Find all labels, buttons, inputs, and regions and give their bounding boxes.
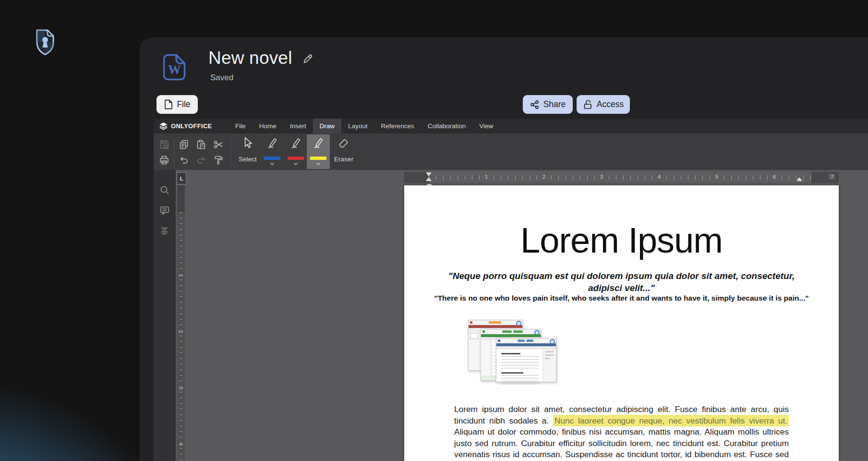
yellow-highlighter-chevron-down-icon[interactable] <box>316 162 321 165</box>
hruler-number: 5 <box>713 174 720 180</box>
select-tool-label: Select <box>235 156 260 163</box>
share-nodes-icon <box>530 100 540 109</box>
tab-references[interactable]: References <box>374 119 421 133</box>
share-button[interactable]: Share <box>523 95 573 114</box>
vruler-number: 1 <box>178 273 184 279</box>
format-painter-button[interactable] <box>212 153 225 167</box>
vruler-number: 3 <box>178 385 184 391</box>
blue-pen-tool[interactable] <box>265 136 279 150</box>
onlyoffice-brand: ONLYOFFICE <box>154 119 216 133</box>
privacy-shield-icon[interactable] <box>34 28 57 56</box>
yellow-highlighter-tool[interactable] <box>312 136 325 150</box>
red-pen-chevron-down-icon[interactable] <box>293 162 298 165</box>
print-button[interactable] <box>157 153 171 167</box>
red-pen-tool[interactable] <box>289 136 302 150</box>
document-page[interactable]: Lorem Ipsum "Neque porro quisquam est qu… <box>404 185 839 461</box>
hruler-number: 3 <box>598 174 605 180</box>
draw-toolbar: Select Eraser <box>154 133 868 170</box>
save-status: Saved <box>210 73 233 83</box>
tab-insert[interactable]: Insert <box>283 119 313 133</box>
tab-file[interactable]: File <box>229 119 253 133</box>
paragraph-text: Aliquam ut dolor commodo, finibus nisi a… <box>454 427 789 461</box>
toolbar-separator <box>174 138 174 166</box>
tab-layout[interactable]: Layout <box>341 119 374 133</box>
doc-paragraph: Lorem ipsum dolor sit amet, consectetur … <box>454 404 789 461</box>
ribbon-tabs: File Home Insert Draw Layout References … <box>229 119 500 133</box>
tab-collaboration[interactable]: Collaboration <box>421 119 473 133</box>
file-button[interactable]: File <box>157 95 198 114</box>
vertical-ruler-margin <box>177 185 185 212</box>
eraser-tool-label: Eraser <box>331 156 356 163</box>
save-button[interactable] <box>157 138 171 151</box>
toolbar-separator <box>230 138 231 166</box>
highlighted-text: Nunc laoreet congue neque, nec vestibulu… <box>553 415 789 426</box>
tab-stop-selector[interactable]: L <box>177 172 186 184</box>
hruler-number: 7 <box>829 174 835 180</box>
file-button-label: File <box>177 99 190 109</box>
share-button-label: Share <box>543 99 566 109</box>
brand-label: ONLYOFFICE <box>171 122 212 130</box>
hruler-number: 1 <box>483 174 490 180</box>
first-line-indent-marker[interactable] <box>426 172 432 176</box>
rename-pencil-icon[interactable] <box>302 53 313 65</box>
tab-home[interactable]: Home <box>253 119 283 133</box>
file-page-icon <box>164 99 173 109</box>
cut-button[interactable] <box>212 138 225 151</box>
blue-pen-color-bar[interactable] <box>264 157 280 160</box>
copy-button[interactable] <box>177 138 191 151</box>
hanging-indent-marker[interactable] <box>426 177 432 181</box>
hruler-number: 4 <box>656 174 663 180</box>
yellow-highlighter-color-bar[interactable] <box>310 157 326 160</box>
vertical-ruler[interactable]: 1 2 3 4 <box>177 185 185 461</box>
document-workspace[interactable]: L 1 2 3 4 1 2 3 4 5 6 7 <box>176 170 868 461</box>
document-title: New novel <box>208 48 292 68</box>
vertical-ruler-ticks <box>180 212 182 461</box>
navigation-headings-icon[interactable] <box>158 224 171 237</box>
onlyoffice-logo-icon <box>159 122 168 130</box>
doc-heading: Lorem Ipsum <box>404 223 839 258</box>
doc-quote-primary: "Neque porro quisquam est qui dolorem ip… <box>447 270 796 294</box>
search-icon[interactable] <box>158 183 171 197</box>
mini-document-window <box>496 338 556 382</box>
blue-pen-chevron-down-icon[interactable] <box>270 162 275 165</box>
paste-button[interactable] <box>194 138 208 151</box>
access-button[interactable]: Access <box>577 95 630 114</box>
doc-icon-letter: W <box>163 62 186 77</box>
app-window: W New novel Saved File Share <box>0 0 868 461</box>
tab-draw[interactable]: Draw <box>313 119 342 133</box>
editor-panel: W New novel Saved File Share <box>140 37 868 461</box>
embedded-image-onlyoffice-editors[interactable] <box>468 317 555 381</box>
unlock-icon <box>583 99 593 109</box>
hruler-number: 6 <box>771 174 778 180</box>
red-pen-color-bar[interactable] <box>288 157 304 160</box>
eraser-tool[interactable] <box>337 136 350 150</box>
menu-bar: ONLYOFFICE File Home Insert Draw Layout … <box>154 119 868 133</box>
doc-quote-secondary: "There is no one who loves pain itself, … <box>433 294 810 303</box>
vruler-number: 2 <box>178 329 184 335</box>
hruler-number: 2 <box>541 174 547 180</box>
access-button-label: Access <box>597 99 624 109</box>
undo-button[interactable] <box>177 153 191 167</box>
left-sidebar <box>154 170 176 461</box>
select-tool[interactable] <box>241 136 254 150</box>
right-indent-marker[interactable] <box>796 177 802 181</box>
horizontal-ruler[interactable]: 1 2 3 4 5 6 7 <box>404 172 839 183</box>
comments-icon[interactable] <box>158 204 171 217</box>
redo-button[interactable] <box>194 153 208 167</box>
vruler-number: 4 <box>178 441 184 447</box>
tab-view[interactable]: View <box>472 119 500 133</box>
